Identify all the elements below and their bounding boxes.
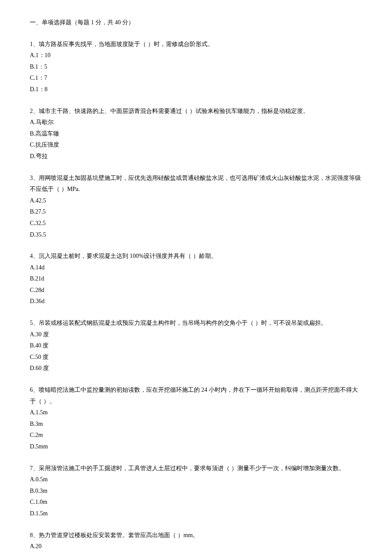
option-a: A.20: [30, 541, 362, 552]
question-stem: 3、用网喷混凝土加固基坑壁施工时，应优先选用硅酸盐或普通硅酸盐水泥，也可选用矿渣…: [30, 173, 362, 195]
question-3: 3、用网喷混凝土加固基坑壁施工时，应优先选用硅酸盐或普通硅酸盐水泥，也可选用矿渣…: [30, 173, 362, 241]
option-a: A.14d: [30, 262, 362, 274]
question-stem: 1、填方路基应事先找平，当地面坡度陡于（ ）时，需修成台阶形式。: [30, 39, 362, 50]
option-a: A.1：10: [30, 50, 362, 61]
question-7: 7、采用顶管法施工中的手工掘进时，工具管进人土层过程中，要求每顶进（ ）测量不少…: [30, 463, 362, 520]
question-4: 4、沉入混凝土桩时，要求混凝土达到 100%设计强度并具有（ ）龄期。 A.14…: [30, 251, 362, 307]
question-stem: 2、城市主干路、快速路的上、中面层沥青混合料需要通过（ ）试验来检验抗车辙能力，…: [30, 106, 362, 117]
question-stem: 4、沉入混凝土桩时，要求混凝土达到 100%设计强度并具有（ ）龄期。: [30, 251, 362, 262]
option-a: A.1.5m: [30, 407, 362, 419]
option-b: B.30: [30, 552, 362, 555]
option-b: B.高温车辙: [30, 128, 362, 140]
option-c: C.28d: [30, 285, 362, 296]
question-8: 8、热力管道穿过楼板处应安装套管。套管应高出地面（ ）mm。 A.20 B.30: [30, 530, 362, 555]
section-title: 一、单项选择题（每题 1 分，共 40 分）: [30, 17, 362, 29]
option-d: D.60 度: [30, 363, 362, 374]
option-c: C.50 度: [30, 352, 362, 363]
option-c: C.抗压强度: [30, 139, 362, 151]
option-a: A.42.5: [30, 195, 362, 207]
question-5: 5、吊装或移运装配式钢筋混凝土或预应力混凝土构件时，当吊绳与构件的交角小于（ ）…: [30, 318, 362, 374]
option-d: D.35.5: [30, 229, 362, 241]
option-c: C.2m: [30, 430, 362, 441]
option-d: D.5mm: [30, 441, 362, 453]
option-a: A.30 度: [30, 329, 362, 341]
option-d: D.1：8: [30, 84, 362, 95]
question-1: 1、填方路基应事先找平，当地面坡度陡于（ ）时，需修成台阶形式。 A.1：10 …: [30, 39, 362, 95]
question-2: 2、城市主干路、快速路的上、中面层沥青混合料需要通过（ ）试验来检验抗车辙能力，…: [30, 106, 362, 162]
option-c: C.1：7: [30, 72, 362, 84]
option-b: B.21d: [30, 273, 362, 285]
option-b: B.27.5: [30, 206, 362, 218]
question-6: 6、喷锚暗挖法施工中监控量测的初始读数，应在开挖循环施工的 24 小时内，并在下…: [30, 384, 362, 453]
option-b: B.40 度: [30, 340, 362, 352]
option-d: D.弯拉: [30, 151, 362, 162]
option-c: C.1.0m: [30, 497, 362, 508]
option-b: B.0.3m: [30, 486, 362, 497]
option-a: A.马歇尔: [30, 117, 362, 128]
question-stem: 5、吊装或移运装配式钢筋混凝土或预应力混凝土构件时，当吊绳与构件的交角小于（ ）…: [30, 318, 362, 329]
option-c: C.32.5: [30, 218, 362, 229]
option-d: D.36d: [30, 296, 362, 307]
option-d: D.1.5m: [30, 508, 362, 520]
option-b: B.1：5: [30, 61, 362, 73]
option-b: B.3m: [30, 419, 362, 430]
question-stem: 6、喷锚暗挖法施工中监控量测的初始读数，应在开挖循环施工的 24 小时内，并在下…: [30, 384, 362, 407]
option-a: A.0.5m: [30, 474, 362, 486]
question-stem: 7、采用顶管法施工中的手工掘进时，工具管进人土层过程中，要求每顶进（ ）测量不少…: [30, 463, 362, 474]
question-stem: 8、热力管道穿过楼板处应安装套管。套管应高出地面（ ）mm。: [30, 530, 362, 541]
